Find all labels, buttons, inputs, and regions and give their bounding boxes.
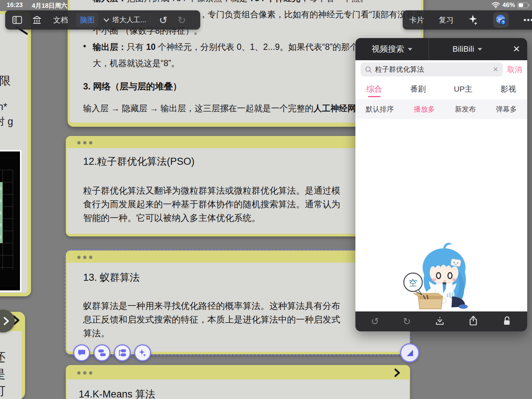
ai-sparkle-button[interactable] (134, 344, 151, 361)
filter-newest[interactable]: 新发布 (455, 105, 476, 114)
ipad-screen: 限 h* 对 g 6 5 4 (0, 0, 532, 399)
card-dots-icon (77, 256, 92, 259)
chevron-down-icon (478, 48, 482, 51)
review-button[interactable]: 复习 (439, 13, 454, 27)
more-options-button[interactable]: ••• (524, 13, 532, 27)
card-title: 13. 蚁群算法 (83, 271, 140, 284)
battery-percent: 46% (502, 1, 515, 9)
sort-filters: 默认排序 播放多 新发布 弹幕多 (355, 99, 527, 119)
secondary-toolbar: 卡片 复习 ww ? ••• (403, 10, 532, 30)
cards-button[interactable]: 卡片 (409, 13, 424, 27)
search-query-text: 粒子群优化算法 (375, 65, 490, 74)
search-icon (365, 66, 372, 73)
main-toolbar: 文档 脑图 塔大人工... ↺ ↻ (5, 10, 200, 30)
card-paragraph: 粒子群优化算法又翻译为微粒群算法或微粒群优化算法。是通过模食行为而发展起来的一种… (83, 184, 340, 225)
tab-mindmap-selected[interactable]: 脑图 (76, 13, 98, 27)
linked-notes-button[interactable] (93, 344, 110, 361)
search-row: 粒子群优化算法 ✕ 取消 (355, 60, 527, 79)
redo-icon: ↻ (178, 15, 186, 25)
globe-www-icon: ww ? (495, 14, 507, 26)
left-card-text-fragment: h* (0, 101, 7, 113)
card-title: 12.粒子群优化算法(PSO) (83, 155, 195, 168)
share-icon (468, 316, 478, 326)
web-search-button-active[interactable]: ww ? (493, 12, 509, 28)
panel-header: 视频搜索 BiliBili ✕ (355, 38, 527, 60)
card-paragraph: 蚁群算法是一种用来寻找优化路径的概率算法。这种算法具有分布息正反馈和启发式搜索的… (83, 299, 340, 340)
filter-default-order[interactable]: 默认排序 (366, 105, 394, 114)
share-button[interactable] (468, 316, 478, 327)
search-input[interactable]: 粒子群优化算法 ✕ (361, 62, 503, 76)
toolbar-divider (150, 15, 150, 25)
download-button[interactable] (435, 316, 445, 327)
clipped-text-fragment: 可 (0, 383, 6, 399)
note-line-output-layer-1: 输出层：只有 10 个神经元，分别代表 0、1、2...9。如果代表“8”的那个… (93, 41, 383, 53)
search-mode-dropdown[interactable]: 视频搜索 (355, 44, 429, 55)
bilibili-search-panel: 视频搜索 BiliBili ✕ 粒子群优化算法 ✕ 取消 综合 番剧 UP主 影… (355, 38, 527, 331)
left-card-text-fragment: 对 g (0, 115, 13, 128)
status-bar: 16:23 4月18日周六 46% (0, 0, 532, 10)
left-card-text-fragment: 限 (0, 73, 11, 89)
card-dots-icon (77, 371, 92, 375)
clipped-text-fragment: 还 (0, 349, 6, 365)
sidebar-toggle-button[interactable] (7, 13, 27, 27)
sparkles-icon (468, 14, 478, 25)
filter-most-played[interactable]: 播放多 (414, 105, 435, 114)
chart-thumbnail[interactable]: 6 5 4 3 2 (0, 150, 21, 292)
clipped-text-fragment: 是 (0, 366, 6, 382)
tab-uploader[interactable]: UP主 (453, 79, 474, 99)
redo-button-disabled[interactable]: ↻ (403, 317, 411, 326)
chevron-right-icon[interactable] (393, 368, 401, 379)
clock: 16:23 (7, 1, 23, 9)
date: 4月18日周六 (32, 1, 67, 10)
download-icon (435, 316, 445, 326)
tab-film[interactable]: 影视 (499, 79, 518, 99)
undo-icon: ↺ (159, 15, 168, 25)
battery-icon (518, 3, 528, 8)
svg-text:空: 空 (409, 278, 417, 287)
note-line-output-layer-2: 大，机器就说这是“8”。 (93, 58, 180, 69)
svg-text:5: 5 (0, 198, 1, 203)
card-header[interactable] (67, 366, 409, 379)
card-title: 14.K-Means 算法 (79, 388, 155, 399)
note-line-summary: 输入层 → 隐藏层 → 输出层，这三层摞在一起就是一个完整的人工神经网络。 (83, 103, 373, 114)
filter-most-danmaku[interactable]: 弹幕多 (496, 105, 517, 114)
chevron-down-icon (103, 18, 109, 22)
outline-button[interactable] (114, 344, 131, 361)
panel-bottom-toolbar: ↺ ↻ (355, 311, 527, 331)
chevron-down-icon (408, 48, 412, 51)
card-resize-handle[interactable] (400, 343, 419, 362)
unlock-button[interactable] (502, 316, 512, 327)
undo-button-disabled[interactable]: ↺ (371, 317, 379, 326)
svg-text:3: 3 (0, 223, 1, 227)
svg-text:2: 2 (0, 235, 1, 239)
svg-text:6: 6 (0, 186, 1, 191)
note-line-hidden-layer-1: ，专门负责组合像素，比如有的神经元专门看“顶部有没有两 (199, 9, 423, 20)
empty-results-area: 空 什么都没有找到啊 T_T (355, 119, 527, 311)
close-panel-button[interactable]: ✕ (506, 44, 527, 54)
note-card-kmeans[interactable]: 14.K-Means 算法 (66, 365, 410, 399)
svg-text:?: ? (502, 20, 504, 24)
result-tabs: 综合 番剧 UP主 影视 (355, 79, 527, 100)
undo-button[interactable]: ↺ (154, 13, 173, 27)
clear-search-icon[interactable]: ✕ (493, 65, 498, 74)
cancel-search-button[interactable]: 取消 (507, 65, 522, 75)
card-dots-icon (77, 141, 92, 144)
tab-documents[interactable]: 文档 (47, 13, 74, 27)
tab-bangumi[interactable]: 番剧 (409, 79, 427, 99)
bullet-marker: • (83, 41, 86, 51)
svg-text:4: 4 (0, 211, 1, 215)
site-dropdown[interactable]: BiliBili (429, 44, 506, 54)
comment-button[interactable] (73, 344, 90, 361)
notebook-title-dropdown[interactable]: 塔大人工... (103, 13, 146, 27)
unlock-icon (502, 316, 512, 326)
ai-sparkle-button[interactable] (468, 13, 478, 27)
tab-comprehensive[interactable]: 综合 (365, 79, 383, 99)
redo-button-disabled[interactable]: ↻ (173, 13, 191, 27)
library-icon-button[interactable] (27, 13, 47, 27)
bilibili-mascot-illustration: 空 (403, 241, 480, 316)
wifi-icon (492, 2, 500, 8)
ellipsis-icon: ••• (524, 16, 532, 24)
note-heading-network: 3. 网络（层与层的堆叠） (83, 81, 182, 92)
